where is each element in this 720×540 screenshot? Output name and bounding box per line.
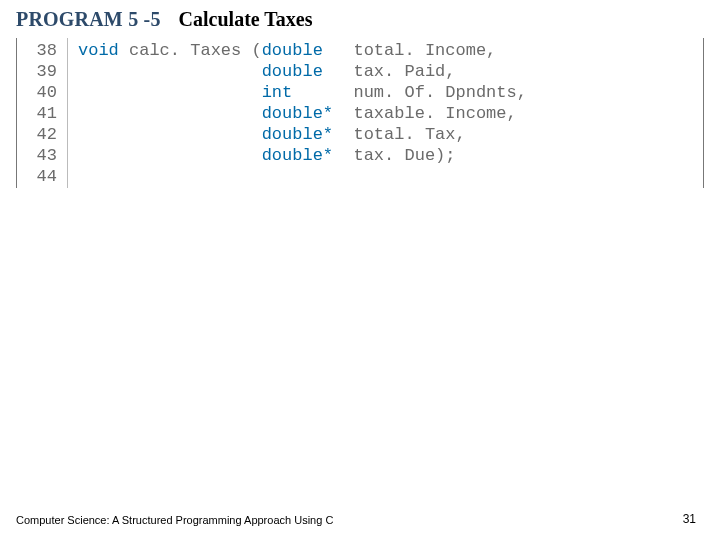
line-number: 42 xyxy=(27,124,57,145)
line-number: 44 xyxy=(27,166,57,187)
program-label: PROGRAM 5 -5 xyxy=(16,8,161,31)
code-line: double* total. Tax, xyxy=(78,124,527,145)
param-name: tax. Paid, xyxy=(353,62,455,81)
code-line: int num. Of. Dpndnts, xyxy=(78,82,527,103)
slide: PROGRAM 5 -5 Calculate Taxes 38 39 40 41… xyxy=(0,0,720,540)
code-line: double tax. Paid, xyxy=(78,61,527,82)
code-line: double* taxable. Income, xyxy=(78,103,527,124)
param-name: num. Of. Dpndnts, xyxy=(353,83,526,102)
code-listing: 38 39 40 41 42 43 44 void calc. Taxes (d… xyxy=(16,38,704,188)
function-name: calc. Taxes xyxy=(129,41,241,60)
open-paren: ( xyxy=(241,41,261,60)
program-title: Calculate Taxes xyxy=(179,8,313,31)
line-number: 40 xyxy=(27,82,57,103)
footer-book-title: Computer Science: A Structured Programmi… xyxy=(16,514,333,526)
type-double-ptr: double* xyxy=(262,104,333,123)
param-name: taxable. Income, xyxy=(353,104,516,123)
code-line xyxy=(78,166,527,187)
code-body: void calc. Taxes (double total. Income, … xyxy=(68,38,527,188)
line-number: 43 xyxy=(27,145,57,166)
keyword-void: void xyxy=(78,41,119,60)
type-double-ptr: double* xyxy=(262,146,333,165)
slide-header: PROGRAM 5 -5 Calculate Taxes xyxy=(16,8,313,31)
footer-page-number: 31 xyxy=(683,512,696,526)
type-double: double xyxy=(262,41,323,60)
line-number: 41 xyxy=(27,103,57,124)
line-number: 39 xyxy=(27,61,57,82)
line-number-gutter: 38 39 40 41 42 43 44 xyxy=(17,38,68,188)
code-line: void calc. Taxes (double total. Income, xyxy=(78,40,527,61)
line-number: 38 xyxy=(27,40,57,61)
param-name: tax. Due); xyxy=(353,146,455,165)
type-double-ptr: double* xyxy=(262,125,333,144)
param-name: total. Tax, xyxy=(353,125,465,144)
param-name: total. Income, xyxy=(353,41,496,60)
type-double: double xyxy=(262,62,323,81)
code-line: double* tax. Due); xyxy=(78,145,527,166)
type-int: int xyxy=(262,83,293,102)
